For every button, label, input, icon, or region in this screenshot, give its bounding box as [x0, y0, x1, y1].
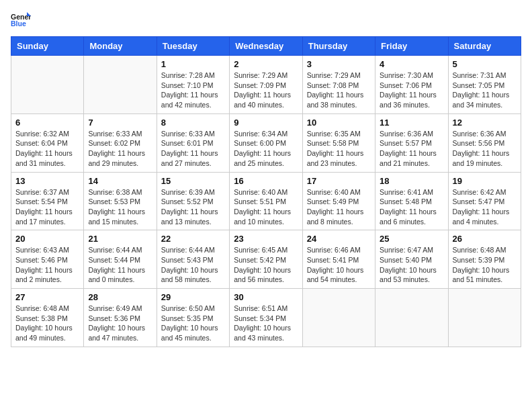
day-info: Sunrise: 6:48 AM Sunset: 5:39 PM Dayligh… — [453, 245, 517, 285]
calendar-cell: 8Sunrise: 6:33 AM Sunset: 6:01 PM Daylig… — [157, 113, 229, 172]
weekday-header-friday: Friday — [375, 37, 448, 56]
calendar-cell: 25Sunrise: 6:47 AM Sunset: 5:40 PM Dayli… — [375, 230, 448, 289]
day-number: 17 — [307, 176, 371, 186]
day-number: 16 — [234, 176, 298, 186]
svg-text:Blue: Blue — [11, 19, 26, 28]
weekday-header-row: SundayMondayTuesdayWednesdayThursdayFrid… — [11, 37, 521, 56]
calendar-week-row: 20Sunrise: 6:43 AM Sunset: 5:46 PM Dayli… — [11, 230, 521, 289]
calendar-cell: 4Sunrise: 7:30 AM Sunset: 7:06 PM Daylig… — [375, 56, 448, 114]
day-number: 5 — [453, 59, 517, 69]
day-number: 2 — [234, 59, 298, 69]
calendar-cell: 1Sunrise: 7:28 AM Sunset: 7:10 PM Daylig… — [157, 56, 229, 114]
day-info: Sunrise: 6:40 AM Sunset: 5:49 PM Dayligh… — [307, 187, 371, 227]
day-number: 18 — [380, 176, 443, 186]
logo: General Blue — [11, 11, 34, 30]
day-info: Sunrise: 6:36 AM Sunset: 5:56 PM Dayligh… — [453, 129, 517, 169]
day-number: 10 — [307, 118, 371, 128]
day-info: Sunrise: 6:49 AM Sunset: 5:36 PM Dayligh… — [88, 304, 152, 343]
day-number: 15 — [161, 176, 225, 186]
calendar-table: SundayMondayTuesdayWednesdayThursdayFrid… — [11, 36, 521, 347]
weekday-header-sunday: Sunday — [11, 37, 84, 56]
day-info: Sunrise: 6:33 AM Sunset: 6:01 PM Dayligh… — [161, 129, 225, 169]
day-info: Sunrise: 6:40 AM Sunset: 5:51 PM Dayligh… — [234, 187, 298, 227]
calendar-cell: 11Sunrise: 6:36 AM Sunset: 5:57 PM Dayli… — [375, 113, 448, 172]
day-number: 21 — [88, 234, 152, 244]
calendar-cell: 23Sunrise: 6:45 AM Sunset: 5:42 PM Dayli… — [230, 230, 302, 289]
day-info: Sunrise: 7:29 AM Sunset: 7:08 PM Dayligh… — [307, 71, 371, 110]
calendar-cell: 7Sunrise: 6:33 AM Sunset: 6:02 PM Daylig… — [84, 113, 157, 172]
day-info: Sunrise: 6:44 AM Sunset: 5:44 PM Dayligh… — [88, 245, 152, 285]
calendar-cell — [11, 56, 84, 114]
calendar-cell: 29Sunrise: 6:50 AM Sunset: 5:35 PM Dayli… — [157, 289, 229, 347]
day-number: 28 — [88, 292, 152, 302]
day-info: Sunrise: 6:46 AM Sunset: 5:41 PM Dayligh… — [307, 245, 371, 285]
calendar-cell: 19Sunrise: 6:42 AM Sunset: 5:47 PM Dayli… — [448, 172, 521, 230]
day-number: 3 — [307, 59, 371, 69]
weekday-header-wednesday: Wednesday — [230, 37, 302, 56]
weekday-header-saturday: Saturday — [448, 37, 521, 56]
day-info: Sunrise: 7:28 AM Sunset: 7:10 PM Dayligh… — [161, 71, 225, 110]
day-number: 20 — [15, 234, 79, 244]
day-number: 27 — [15, 292, 79, 302]
calendar-week-row: 27Sunrise: 6:48 AM Sunset: 5:38 PM Dayli… — [11, 289, 521, 347]
day-number: 11 — [380, 118, 443, 128]
day-number: 24 — [307, 234, 371, 244]
logo-icon: General Blue — [11, 11, 31, 30]
calendar-cell — [84, 56, 157, 114]
calendar-cell: 5Sunrise: 7:31 AM Sunset: 7:05 PM Daylig… — [448, 56, 521, 114]
calendar-cell: 18Sunrise: 6:41 AM Sunset: 5:48 PM Dayli… — [375, 172, 448, 230]
day-number: 8 — [161, 118, 225, 128]
day-number: 25 — [380, 234, 443, 244]
day-number: 6 — [15, 118, 79, 128]
day-number: 7 — [88, 118, 152, 128]
day-info: Sunrise: 7:29 AM Sunset: 7:09 PM Dayligh… — [234, 71, 298, 110]
day-info: Sunrise: 6:32 AM Sunset: 6:04 PM Dayligh… — [15, 129, 79, 169]
day-info: Sunrise: 6:41 AM Sunset: 5:48 PM Dayligh… — [380, 187, 443, 227]
day-number: 14 — [88, 176, 152, 186]
calendar-cell: 2Sunrise: 7:29 AM Sunset: 7:09 PM Daylig… — [230, 56, 302, 114]
calendar-cell: 9Sunrise: 6:34 AM Sunset: 6:00 PM Daylig… — [230, 113, 302, 172]
day-number: 12 — [453, 118, 517, 128]
calendar-cell: 10Sunrise: 6:35 AM Sunset: 5:58 PM Dayli… — [302, 113, 375, 172]
calendar-cell — [375, 289, 448, 347]
day-number: 1 — [161, 59, 225, 69]
calendar-cell: 12Sunrise: 6:36 AM Sunset: 5:56 PM Dayli… — [448, 113, 521, 172]
calendar-cell: 15Sunrise: 6:39 AM Sunset: 5:52 PM Dayli… — [157, 172, 229, 230]
day-info: Sunrise: 6:45 AM Sunset: 5:42 PM Dayligh… — [234, 245, 298, 285]
calendar-week-row: 13Sunrise: 6:37 AM Sunset: 5:54 PM Dayli… — [11, 172, 521, 230]
day-number: 26 — [453, 234, 517, 244]
calendar-cell: 26Sunrise: 6:48 AM Sunset: 5:39 PM Dayli… — [448, 230, 521, 289]
day-info: Sunrise: 6:43 AM Sunset: 5:46 PM Dayligh… — [15, 245, 79, 285]
calendar-week-row: 1Sunrise: 7:28 AM Sunset: 7:10 PM Daylig… — [11, 56, 521, 114]
day-number: 22 — [161, 234, 225, 244]
calendar-cell: 22Sunrise: 6:44 AM Sunset: 5:43 PM Dayli… — [157, 230, 229, 289]
day-number: 23 — [234, 234, 298, 244]
day-info: Sunrise: 6:48 AM Sunset: 5:38 PM Dayligh… — [15, 304, 79, 343]
calendar-cell: 6Sunrise: 6:32 AM Sunset: 6:04 PM Daylig… — [11, 113, 84, 172]
calendar-cell — [302, 289, 375, 347]
calendar-cell: 21Sunrise: 6:44 AM Sunset: 5:44 PM Dayli… — [84, 230, 157, 289]
day-number: 13 — [15, 176, 79, 186]
calendar-week-row: 6Sunrise: 6:32 AM Sunset: 6:04 PM Daylig… — [11, 113, 521, 172]
weekday-header-tuesday: Tuesday — [157, 37, 229, 56]
calendar-cell: 30Sunrise: 6:51 AM Sunset: 5:34 PM Dayli… — [230, 289, 302, 347]
calendar-cell: 13Sunrise: 6:37 AM Sunset: 5:54 PM Dayli… — [11, 172, 84, 230]
day-info: Sunrise: 6:37 AM Sunset: 5:54 PM Dayligh… — [15, 187, 79, 227]
day-info: Sunrise: 7:30 AM Sunset: 7:06 PM Dayligh… — [380, 71, 443, 110]
day-info: Sunrise: 6:34 AM Sunset: 6:00 PM Dayligh… — [234, 129, 298, 169]
weekday-header-thursday: Thursday — [302, 37, 375, 56]
day-info: Sunrise: 6:44 AM Sunset: 5:43 PM Dayligh… — [161, 245, 225, 285]
calendar-cell: 3Sunrise: 7:29 AM Sunset: 7:08 PM Daylig… — [302, 56, 375, 114]
calendar-cell: 16Sunrise: 6:40 AM Sunset: 5:51 PM Dayli… — [230, 172, 302, 230]
day-number: 4 — [380, 59, 443, 69]
day-info: Sunrise: 6:33 AM Sunset: 6:02 PM Dayligh… — [88, 129, 152, 169]
calendar-cell: 17Sunrise: 6:40 AM Sunset: 5:49 PM Dayli… — [302, 172, 375, 230]
day-info: Sunrise: 7:31 AM Sunset: 7:05 PM Dayligh… — [453, 71, 517, 110]
day-info: Sunrise: 6:42 AM Sunset: 5:47 PM Dayligh… — [453, 187, 517, 227]
day-number: 19 — [453, 176, 517, 186]
day-info: Sunrise: 6:50 AM Sunset: 5:35 PM Dayligh… — [161, 304, 225, 343]
calendar-cell: 24Sunrise: 6:46 AM Sunset: 5:41 PM Dayli… — [302, 230, 375, 289]
day-info: Sunrise: 6:36 AM Sunset: 5:57 PM Dayligh… — [380, 129, 443, 169]
day-info: Sunrise: 6:39 AM Sunset: 5:52 PM Dayligh… — [161, 187, 225, 227]
day-number: 30 — [234, 292, 298, 302]
